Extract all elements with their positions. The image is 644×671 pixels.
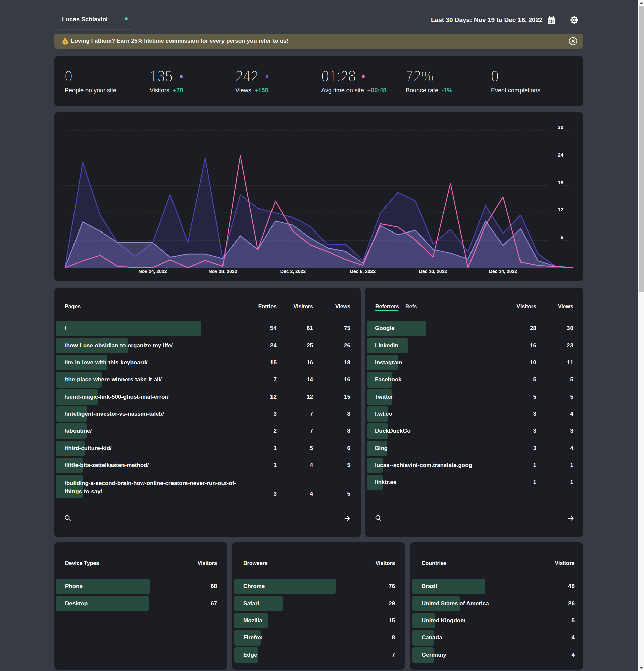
svg-text:$: $ [64,40,66,44]
